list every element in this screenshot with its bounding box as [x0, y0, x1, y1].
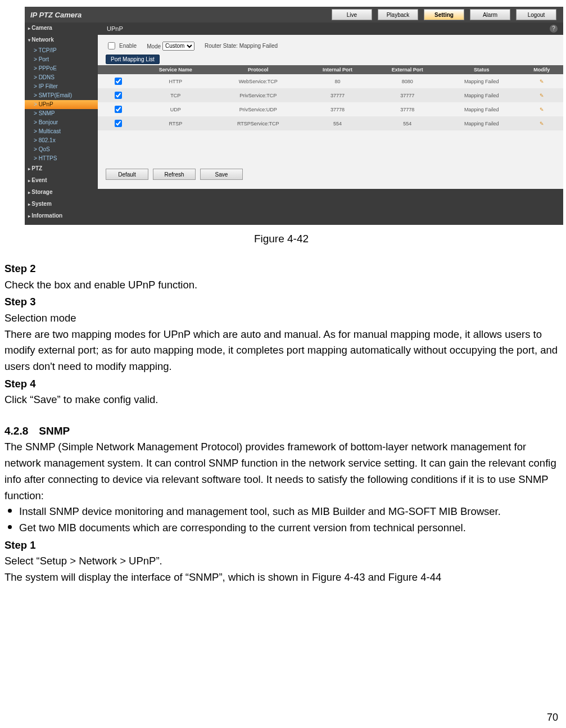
table-row: HTTP WebService:TCP 80 8080 Mapping Fail…: [98, 74, 563, 88]
tab-setting[interactable]: Setting: [424, 9, 464, 20]
sidebar-cat-ptz[interactable]: PTZ: [25, 163, 98, 175]
router-state-label: Router State:: [205, 43, 238, 49]
help-icon[interactable]: ?: [550, 25, 558, 33]
step2-text: Check the box and enable UPnP function.: [4, 277, 558, 293]
cell-ext: 37778: [372, 102, 443, 116]
cell-int: 80: [304, 74, 372, 88]
cell-int: 37778: [304, 102, 372, 116]
page-title: UPnP: [98, 25, 123, 32]
col-protocol: Protocol: [213, 65, 304, 74]
sidebar-item-https[interactable]: HTTPS: [25, 154, 98, 163]
edit-icon[interactable]: ✎: [540, 79, 544, 84]
cell-protocol: RTSPService:TCP: [213, 116, 304, 130]
app-header: IP PTZ Camera Live Playback Setting Alar…: [25, 7, 563, 22]
step4-text: Click “Save” to make config valid.: [4, 392, 558, 408]
edit-icon[interactable]: ✎: [540, 107, 544, 112]
sidebar-item-ddns[interactable]: DDNS: [25, 73, 98, 82]
row-check[interactable]: [115, 92, 122, 99]
col-status: Status: [443, 65, 520, 74]
upnp-panel: Enable Mode Custom Router State: Mapping…: [98, 35, 563, 189]
step4-heading: Step 4: [4, 376, 558, 392]
table-row: RTSP RTSPService:TCP 554 554 Mapping Fai…: [98, 116, 563, 130]
cell-int: 554: [304, 116, 372, 130]
sidebar-item-ipfilter[interactable]: IP Filter: [25, 82, 98, 91]
step3-text2: There are two mapping modes for UPnP whi…: [4, 327, 558, 375]
sidebar-cat-camera[interactable]: Camera: [25, 22, 98, 34]
section-paragraph: The SNMP (Simple Network Management Prot…: [4, 439, 558, 504]
sidebar-item-8021x[interactable]: 802.1x: [25, 136, 98, 145]
sidebar-item-snmp[interactable]: SNMP: [25, 109, 98, 118]
row-check[interactable]: [115, 78, 122, 85]
step2-heading: Step 2: [4, 261, 558, 277]
bullet-1: Install SNMP device monitoring and manag…: [19, 504, 558, 520]
cell-service: HTTP: [138, 74, 213, 88]
cell-ext: 554: [372, 116, 443, 130]
sidebar-item-upnp[interactable]: UPnP: [25, 100, 98, 109]
top-tabs: Live Playback Setting Alarm Logout: [332, 9, 563, 20]
table-row: TCP PrivService:TCP 37777 37777 Mapping …: [98, 88, 563, 102]
sidebar-cat-event[interactable]: Event: [25, 175, 98, 187]
step3-text1: Selection mode: [4, 310, 558, 327]
mode-label: Mode: [147, 43, 161, 49]
sidebar-item-qos[interactable]: QoS: [25, 145, 98, 154]
edit-icon[interactable]: ✎: [540, 93, 544, 98]
sidebar-item-multicast[interactable]: Multicast: [25, 127, 98, 136]
sidebar-item-pppoe[interactable]: PPPoE: [25, 64, 98, 73]
col-extport: External Port: [372, 65, 443, 74]
cell-status: Mapping Failed: [443, 74, 520, 88]
cell-service: UDP: [138, 102, 213, 116]
step1-text2: The system will display the interface of…: [4, 569, 558, 586]
cell-status: Mapping Failed: [443, 88, 520, 102]
cell-status: Mapping Failed: [443, 116, 520, 130]
content-area: UPnP ? Enable Mode Custom Router State: …: [98, 22, 563, 225]
cell-int: 37777: [304, 88, 372, 102]
figure-caption: Figure 4-42: [2, 233, 560, 245]
sidebar: Camera Network TCP/IP Port PPPoE DDNS IP…: [25, 22, 98, 225]
sidebar-item-smtp[interactable]: SMTP(Email): [25, 91, 98, 100]
edit-icon[interactable]: ✎: [540, 121, 544, 126]
router-state-value: Mapping Failed: [239, 43, 278, 49]
document-body: Step 2 Check the box and enable UPnP fun…: [2, 261, 560, 586]
cell-service: RTSP: [138, 116, 213, 130]
save-button[interactable]: Save: [200, 169, 243, 180]
enable-checkbox-label: Enable: [106, 40, 137, 51]
section-heading: 4.2.8 SNMP: [4, 423, 558, 439]
sidebar-cat-system[interactable]: System: [25, 198, 98, 210]
sidebar-item-tcpip[interactable]: TCP/IP: [25, 46, 98, 55]
cell-protocol: PrivService:TCP: [213, 88, 304, 102]
cell-protocol: WebService:TCP: [213, 74, 304, 88]
bullet-2: Get two MIB documents which are correspo…: [19, 520, 558, 536]
sidebar-cat-storage[interactable]: Storage: [25, 187, 98, 198]
sidebar-item-bonjour[interactable]: Bonjour: [25, 118, 98, 127]
port-mapping-table: Service Name Protocol Internal Port Exte…: [98, 65, 563, 130]
tab-playback[interactable]: Playback: [378, 9, 418, 20]
refresh-button[interactable]: Refresh: [153, 169, 196, 180]
col-intport: Internal Port: [304, 65, 372, 74]
port-mapping-tab[interactable]: Port Mapping List: [106, 55, 160, 64]
cell-ext: 37777: [372, 88, 443, 102]
col-service: Service Name: [138, 65, 213, 74]
camera-ui-screenshot: IP PTZ Camera Live Playback Setting Alar…: [25, 7, 563, 225]
cell-protocol: PrivService:UDP: [213, 102, 304, 116]
table-row: UDP PrivService:UDP 37778 37778 Mapping …: [98, 102, 563, 116]
enable-checkbox[interactable]: [108, 42, 115, 49]
step3-heading: Step 3: [4, 294, 558, 310]
sidebar-cat-network[interactable]: Network: [25, 34, 98, 46]
row-check[interactable]: [115, 106, 122, 113]
col-modify: Modify: [520, 65, 563, 74]
default-button[interactable]: Default: [106, 169, 148, 180]
app-logo: IP PTZ Camera: [25, 11, 81, 19]
enable-text: Enable: [119, 43, 137, 49]
col-check: [98, 65, 138, 74]
sidebar-cat-info[interactable]: Information: [25, 210, 98, 222]
step1-text1: Select “Setup > Network > UPnP”.: [4, 553, 558, 569]
cell-status: Mapping Failed: [443, 102, 520, 116]
cell-ext: 8080: [372, 74, 443, 88]
cell-service: TCP: [138, 88, 213, 102]
mode-select[interactable]: Custom: [162, 42, 194, 51]
tab-alarm[interactable]: Alarm: [470, 9, 510, 20]
sidebar-item-port[interactable]: Port: [25, 55, 98, 64]
row-check[interactable]: [115, 120, 122, 127]
tab-live[interactable]: Live: [332, 9, 372, 20]
tab-logout[interactable]: Logout: [516, 9, 556, 20]
